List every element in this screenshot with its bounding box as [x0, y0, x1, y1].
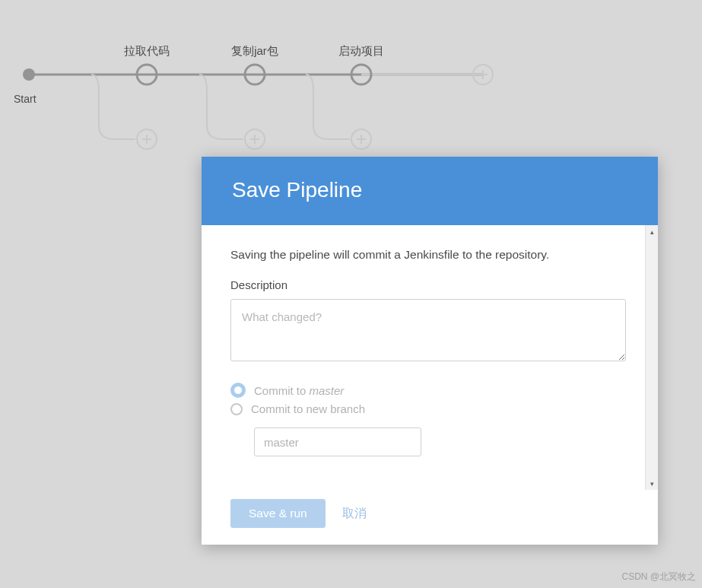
- radio-unselected-icon: [230, 403, 243, 415]
- commit-target-radio-group: Commit to master Commit to new branch: [230, 383, 616, 456]
- scroll-down-arrow-icon[interactable]: ▾: [646, 477, 658, 490]
- modal-body: Saving the pipeline will commit a Jenkin…: [202, 225, 645, 490]
- save-run-button[interactable]: Save & run: [230, 499, 326, 528]
- modal-title: Save Pipeline: [202, 157, 658, 225]
- modal-footer: Save & run 取消: [202, 490, 658, 545]
- modal-intro-text: Saving the pipeline will commit a Jenkin…: [230, 248, 616, 262]
- scroll-track[interactable]: [646, 238, 658, 477]
- modal-overlay: Save Pipeline Saving the pipeline will c…: [0, 0, 702, 588]
- cancel-button[interactable]: 取消: [342, 506, 367, 522]
- watermark-text: CSDN @北冥牧之: [621, 571, 696, 583]
- commit-to-new-branch-radio[interactable]: Commit to new branch: [230, 402, 616, 415]
- radio-selected-icon: [230, 383, 246, 398]
- commit-to-master-label: Commit to master: [254, 384, 344, 397]
- description-input[interactable]: [230, 299, 626, 361]
- scrollbar[interactable]: ▴ ▾: [645, 225, 658, 490]
- commit-to-new-branch-label: Commit to new branch: [251, 402, 365, 415]
- commit-to-master-radio[interactable]: Commit to master: [230, 383, 616, 398]
- scroll-up-arrow-icon[interactable]: ▴: [646, 225, 658, 238]
- save-pipeline-modal: Save Pipeline Saving the pipeline will c…: [202, 157, 658, 545]
- description-label: Description: [230, 278, 616, 291]
- branch-name-input[interactable]: [254, 427, 421, 456]
